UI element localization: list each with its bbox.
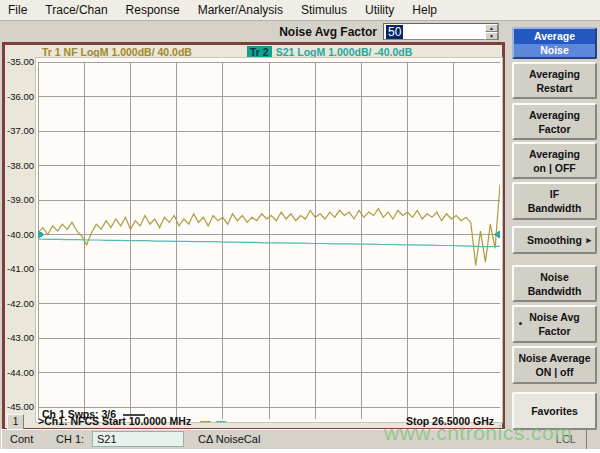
- y-axis-label: -43.00: [5, 332, 34, 343]
- y-axis-label: -37.00: [5, 125, 34, 136]
- softkey-noise-avg-factor[interactable]: Noise AvgFactor: [512, 305, 597, 343]
- softkey-averaging-restart[interactable]: AveragingRestart: [512, 62, 597, 99]
- channel-status-label: CH 1:: [56, 433, 84, 445]
- y-axis-label: -39.00: [5, 194, 34, 205]
- y-axis-label: -40.00: [5, 229, 34, 240]
- noise-avg-factor-value: 50: [386, 25, 403, 39]
- softkey-averaging-factor[interactable]: AveragingFactor: [512, 103, 597, 140]
- trace1-legend-dash-icon: —: [200, 415, 211, 427]
- softkey-if-bandwidth[interactable]: IFBandwidth: [512, 182, 597, 220]
- trace2-legend-dash-icon: —: [216, 415, 227, 427]
- softkey-favorites[interactable]: Favorites: [512, 392, 597, 430]
- noise-avg-factor-label: Noise Avg Factor: [279, 25, 377, 39]
- softkey-average-noise[interactable]: AverageNoise: [512, 27, 597, 59]
- plot-svg: [38, 62, 500, 419]
- cal-status: CΔ NoiseCal: [198, 433, 260, 445]
- y-axis-label: -36.00: [5, 91, 34, 102]
- softkey-smoothing[interactable]: Smoothing ▸: [512, 226, 597, 254]
- menu-marker-analysis[interactable]: Marker/Analysis: [189, 3, 292, 17]
- menu-stimulus[interactable]: Stimulus: [292, 3, 356, 17]
- y-axis-label: -41.00: [5, 263, 34, 274]
- menu-response[interactable]: Response: [117, 3, 189, 17]
- noise-avg-factor-spinner: ▲ ▼: [485, 24, 498, 39]
- y-axis-label: -35.00: [5, 56, 34, 67]
- y-axis-label: -45.00: [5, 401, 34, 412]
- noise-avg-factor-input[interactable]: 50: [383, 23, 499, 40]
- menu-file[interactable]: File: [0, 3, 36, 17]
- measurement-status-box: S21: [92, 431, 184, 447]
- y-axis-label: -38.00: [5, 160, 34, 171]
- y-axis-label: -42.00: [5, 298, 34, 309]
- menu-utility[interactable]: Utility: [356, 3, 403, 17]
- active-entry-dot-icon: [519, 322, 522, 325]
- spinner-down-icon[interactable]: ▼: [485, 32, 498, 40]
- softkey-averaging-on-off[interactable]: Averagingon | OFF: [512, 142, 597, 179]
- softkey-sidebar: AverageNoise AveragingRestart AveragingF…: [507, 0, 600, 453]
- sweep-mode-status: Cont: [10, 433, 33, 445]
- status-bar: Cont CH 1: S21 CΔ NoiseCal LCL: [1, 429, 587, 450]
- submenu-arrow-icon: ▸: [586, 233, 591, 247]
- stop-frequency-label: Stop 26.5000 GHz: [406, 415, 494, 427]
- menu-trace-chan[interactable]: Trace/Chan: [36, 3, 116, 17]
- menu-help[interactable]: Help: [403, 3, 446, 17]
- y-axis-label: -44.00: [5, 367, 34, 378]
- softkey-noise-average-on-off[interactable]: Noise AverageON | off: [512, 346, 597, 384]
- spinner-up-icon[interactable]: ▲: [485, 24, 498, 32]
- measurement-display: Tr 1 NF LogM 1.000dB/ 40.0dB Tr 2S21 Log…: [2, 42, 505, 431]
- stimulus-line: >Ch1: NFCS Start 10.0000 MHz——: [38, 415, 226, 427]
- toolbar: Noise Avg Factor 50 ▲ ▼: [0, 21, 505, 44]
- softkey-noise-bandwidth[interactable]: NoiseBandwidth: [512, 265, 597, 302]
- channel-number-box: 1: [7, 414, 24, 430]
